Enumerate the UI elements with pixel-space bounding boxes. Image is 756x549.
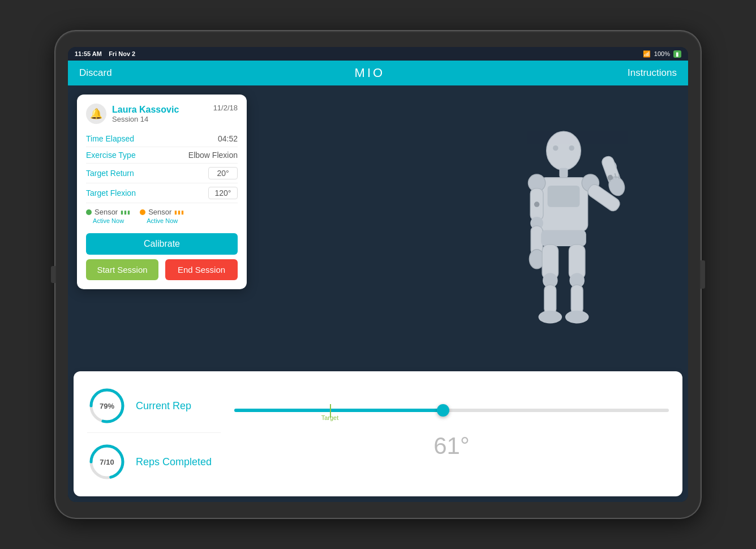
date-display: Fri Nov 2 [109, 50, 135, 57]
sensor-2-battery: ▮▮▮ [174, 209, 184, 215]
tablet-frame: 11:55 AM Fri Nov 2 📶 100% ▮ Discard MIO … [55, 31, 701, 518]
reps-completed-label: Reps Completed [136, 456, 221, 468]
sensor-1-battery: ▮▮▮ [121, 209, 131, 215]
degree-display: 61° [433, 432, 470, 460]
start-session-button[interactable]: Start Session [86, 259, 158, 280]
instructions-button[interactable]: Instructions [628, 67, 677, 79]
tablet-screen: 11:55 AM Fri Nov 2 📶 100% ▮ Discard MIO … [68, 47, 688, 502]
robot-figure [473, 124, 654, 328]
avatar-icon: 🔔 [90, 108, 102, 120]
current-rep-row: 79% Current Rep [87, 380, 221, 433]
sensor-1-label: Sensor [94, 208, 118, 216]
patient-session: Session 14 [112, 115, 179, 123]
time-display: 11:55 AM [75, 50, 102, 57]
svg-point-26 [565, 310, 589, 323]
sensor-row: Sensor ▮▮▮ Active Now Sensor ▮▮▮ Act [86, 203, 238, 229]
bottom-right: Target 61° [234, 409, 669, 460]
svg-point-30 [608, 175, 613, 180]
status-bar: 11:55 AM Fri Nov 2 📶 100% ▮ [68, 47, 688, 61]
main-area: 🔔 Laura Kassovic Session 14 11/2/18 Time… [68, 85, 688, 502]
target-flexion-row: Target Flexion 120° [86, 183, 238, 203]
svg-rect-23 [544, 285, 556, 314]
patient-date: 11/2/18 [213, 104, 238, 112]
current-rep-label: Current Rep [136, 400, 221, 412]
current-rep-circle: 79% [87, 386, 127, 426]
discard-button[interactable]: Discard [79, 67, 112, 79]
svg-rect-24 [571, 285, 583, 314]
svg-point-29 [534, 201, 539, 207]
status-time: 11:55 AM Fri Nov 2 [75, 50, 135, 57]
patient-header: 🔔 Laura Kassovic Session 14 11/2/18 [86, 104, 238, 124]
current-rep-percent: 79% [100, 402, 114, 410]
battery-display: 100% [654, 50, 670, 57]
top-section: 🔔 Laura Kassovic Session 14 11/2/18 Time… [68, 85, 688, 366]
svg-rect-18 [541, 230, 586, 246]
slider-container: Target [234, 409, 669, 428]
app-title: MIO [355, 66, 385, 80]
time-elapsed-row: Time Elapsed 04:52 [86, 131, 238, 147]
wifi-icon: 📶 [643, 50, 651, 58]
slider-thumb[interactable] [437, 404, 449, 417]
svg-rect-1 [559, 168, 568, 177]
slider-target-label: Target [321, 414, 339, 421]
calibrate-button[interactable]: Calibrate [86, 233, 238, 255]
reps-completed-circle: 7/10 [87, 442, 127, 482]
patient-avatar: 🔔 [86, 104, 106, 124]
target-return-label: Target Return [86, 169, 134, 178]
session-buttons: Start Session End Session [86, 259, 238, 280]
battery-icon: ▮ [673, 50, 681, 58]
app-title-text: MIO [355, 66, 385, 80]
slider-fill [234, 409, 443, 412]
sensor-1-status: Active Now [93, 217, 124, 224]
exercise-type-value: Elbow Flexion [188, 151, 238, 160]
patient-info: 🔔 Laura Kassovic Session 14 [86, 104, 179, 124]
svg-rect-3 [548, 185, 580, 207]
status-right: 📶 100% ▮ [643, 50, 681, 58]
end-session-button[interactable]: End Session [165, 259, 238, 280]
svg-point-25 [538, 310, 562, 323]
target-return-row: Target Return 20° [86, 164, 238, 183]
sensor-2-label: Sensor [148, 208, 171, 216]
exercise-type-row: Exercise Type Elbow Flexion [86, 147, 238, 164]
info-card: 🔔 Laura Kassovic Session 14 11/2/18 Time… [77, 95, 247, 289]
reps-completed-row: 7/10 Reps Completed [87, 438, 221, 487]
time-elapsed-label: Time Elapsed [86, 134, 134, 143]
bottom-left-metrics: 79% Current Rep 7/10 [87, 380, 221, 487]
sensor-2-dot [140, 209, 145, 215]
target-flexion-label: Target Flexion [86, 188, 136, 198]
bottom-panel: 79% Current Rep 7/10 [74, 371, 682, 496]
target-flexion-value: 120° [208, 187, 238, 199]
sensor-2-status: Active Now [147, 217, 178, 224]
sensor-2: Sensor ▮▮▮ Active Now [140, 208, 184, 224]
exercise-type-label: Exercise Type [86, 151, 136, 160]
svg-point-28 [569, 145, 574, 150]
patient-name: Laura Kassovic [112, 105, 179, 115]
target-return-value: 20° [208, 167, 238, 179]
slider-track: Target [234, 409, 669, 412]
reps-completed-count: 7/10 [100, 458, 114, 466]
time-elapsed-value: 04:52 [218, 134, 238, 143]
svg-point-27 [553, 145, 558, 150]
sensor-1: Sensor ▮▮▮ Active Now [86, 208, 131, 224]
svg-point-0 [547, 131, 581, 170]
sensor-1-dot [86, 209, 92, 215]
nav-bar: Discard MIO Instructions [68, 61, 688, 85]
